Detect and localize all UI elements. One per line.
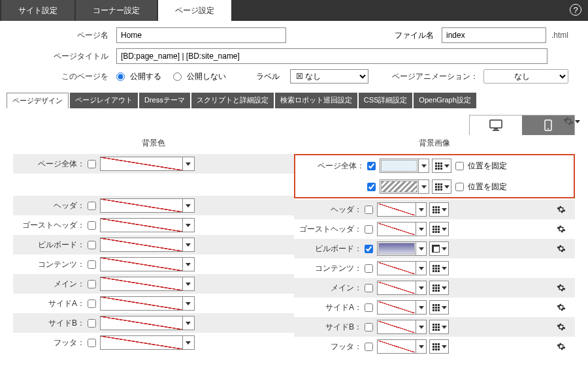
- bgimage-whole-tile[interactable]: [432, 159, 451, 173]
- bgimage-ghost-check[interactable]: [365, 225, 373, 234]
- bgimage-ghost-swatch[interactable]: [377, 222, 427, 236]
- page-name-input[interactable]: [116, 27, 286, 43]
- bgimage-footer-swatch[interactable]: [377, 339, 427, 354]
- bgcolor-header-check[interactable]: [88, 202, 96, 210]
- label-label: ラベル: [256, 71, 280, 82]
- bgcolor-contents-swatch[interactable]: [100, 257, 195, 271]
- bgcolor-sideb-swatch[interactable]: [100, 316, 195, 330]
- publish-off-label: 公開しない: [187, 71, 226, 82]
- subtab-page-layout[interactable]: ページレイアウト: [70, 93, 138, 108]
- bgimage-billboard-label: ビルボード：: [297, 243, 365, 254]
- publish-off-radio[interactable]: [173, 72, 182, 81]
- subtab-css-details[interactable]: CSS詳細設定: [359, 93, 413, 108]
- bgimage-whole2-tile[interactable]: [432, 179, 451, 194]
- bgimage-main-swatch[interactable]: [377, 281, 427, 295]
- bgimage-ghost-gear[interactable]: [557, 224, 572, 234]
- bgimage-footer-gear[interactable]: [557, 342, 572, 351]
- file-name-input[interactable]: [442, 27, 546, 43]
- bgimage-sideb-gear[interactable]: [557, 322, 572, 331]
- bgcolor-billboard-swatch[interactable]: [100, 238, 195, 252]
- bgimage-header-gear[interactable]: [557, 205, 572, 214]
- page-title-input[interactable]: [116, 48, 547, 64]
- bgcolor-billboard-check[interactable]: [88, 241, 96, 249]
- publish-on-radio[interactable]: [116, 72, 125, 81]
- bgcolor-footer-check[interactable]: [88, 339, 96, 347]
- bgimage-whole2-check[interactable]: [367, 183, 376, 191]
- gear-icon: [557, 303, 566, 312]
- tab-page-settings[interactable]: ページ設定: [158, 0, 231, 21]
- bgcolor-main-swatch[interactable]: [100, 277, 195, 291]
- bgimage-whole-check[interactable]: [367, 162, 376, 170]
- svg-rect-0: [490, 120, 502, 128]
- sub-tab-bar: ページデザイン ページレイアウト Dressテーマ スクリプトと詳細設定 検索ロ…: [0, 93, 588, 108]
- bgimage-sidea-tile[interactable]: [429, 300, 449, 315]
- bgimage-footer-tile[interactable]: [429, 339, 449, 354]
- tile-icon: [432, 323, 440, 331]
- bgimage-billboard-tile[interactable]: [429, 241, 449, 256]
- bgimage-main-label: メイン：: [297, 283, 365, 294]
- bgimage-whole2-fix-check[interactable]: [455, 183, 464, 191]
- bgcolor-whole-check[interactable]: [88, 160, 96, 168]
- section-gear-icon[interactable]: [563, 116, 580, 127]
- bgcolor-ghost-swatch[interactable]: [100, 218, 195, 232]
- tile-icon: [432, 264, 440, 272]
- subtab-script-details[interactable]: スクリプトと詳細設定: [191, 93, 274, 108]
- bgimage-sideb-swatch[interactable]: [377, 320, 427, 334]
- bgimage-footer-check[interactable]: [365, 343, 373, 351]
- label-select[interactable]: ☒ なし: [290, 69, 368, 84]
- bgcolor-contents-check[interactable]: [88, 260, 96, 269]
- subtab-page-design[interactable]: ページデザイン: [7, 93, 69, 108]
- bgcolor-ghost-label: ゴーストヘッダ：: [16, 220, 88, 231]
- bgimage-highlight-box: ページ全体： 位置を固定 位置を固定: [294, 154, 575, 198]
- subtab-opengraph[interactable]: OpenGraph設定: [414, 93, 476, 108]
- device-tab-desktop[interactable]: [470, 116, 522, 135]
- page-name-label: ページ名: [20, 30, 111, 41]
- bgimage-whole-fix-check[interactable]: [455, 162, 464, 170]
- bgcolor-header-label: ヘッダ：: [16, 200, 88, 211]
- bgcolor-main-check[interactable]: [88, 280, 96, 288]
- help-icon[interactable]: ?: [570, 4, 581, 16]
- bgcolor-ghost-check[interactable]: [88, 221, 96, 230]
- svg-rect-2: [493, 130, 499, 131]
- bgimage-header-check[interactable]: [365, 206, 373, 214]
- subtab-robot[interactable]: 検索ロボット巡回設定: [275, 93, 357, 108]
- bgimage-ghost-tile[interactable]: [429, 222, 449, 236]
- bgimage-sidea-gear[interactable]: [557, 303, 572, 312]
- tab-corner-settings[interactable]: コーナー設定: [76, 0, 157, 21]
- gear-icon: [557, 283, 566, 292]
- bgimage-sideb-tile[interactable]: [429, 320, 449, 334]
- bgimage-header-tile[interactable]: [429, 202, 449, 217]
- bgcolor-whole-swatch[interactable]: [100, 157, 195, 171]
- gear-icon: [557, 205, 566, 214]
- bgimage-contents-label: コンテンツ：: [297, 263, 365, 274]
- page-meta-form: ページ名 ファイル名 .html ページタイトル このページを 公開する 公開し…: [0, 21, 588, 93]
- bgimage-sideb-check[interactable]: [365, 323, 373, 331]
- bgimage-header-swatch[interactable]: [377, 202, 427, 217]
- bgcolor-footer-label: フッタ：: [16, 337, 88, 348]
- bgcolor-footer-swatch[interactable]: [100, 335, 195, 350]
- bgimage-sidea-label: サイドA：: [297, 302, 365, 313]
- bgimage-billboard-swatch[interactable]: [377, 241, 427, 256]
- bgimage-contents-check[interactable]: [365, 264, 373, 273]
- bgimage-whole2-swatch[interactable]: [380, 179, 429, 194]
- tab-site-settings[interactable]: サイト設定: [1, 0, 74, 21]
- bgimage-main-tile[interactable]: [429, 281, 449, 295]
- bgimage-main-check[interactable]: [365, 284, 373, 292]
- subtab-dress-theme[interactable]: Dressテーマ: [139, 93, 190, 108]
- bgimage-sidea-check[interactable]: [365, 303, 373, 312]
- bgcolor-sideb-check[interactable]: [88, 319, 96, 328]
- bgimage-contents-tile[interactable]: [429, 261, 449, 275]
- tile-icon: [432, 245, 440, 253]
- bgimage-billboard-check[interactable]: [365, 245, 373, 253]
- bgimage-sidea-swatch[interactable]: [377, 300, 427, 315]
- desktop-icon: [489, 119, 502, 131]
- bgcolor-header-swatch[interactable]: [100, 198, 195, 213]
- bgcolor-sidea-check[interactable]: [88, 300, 96, 308]
- bgimage-main-gear[interactable]: [557, 283, 572, 292]
- bgcolor-sideb-label: サイドB：: [16, 318, 88, 329]
- bgimage-contents-swatch[interactable]: [377, 261, 427, 275]
- bgimage-whole-swatch[interactable]: [380, 159, 429, 173]
- page-animation-select[interactable]: なし: [483, 69, 568, 84]
- bgcolor-sidea-swatch[interactable]: [100, 296, 195, 311]
- bgimage-billboard-gear[interactable]: [557, 244, 572, 253]
